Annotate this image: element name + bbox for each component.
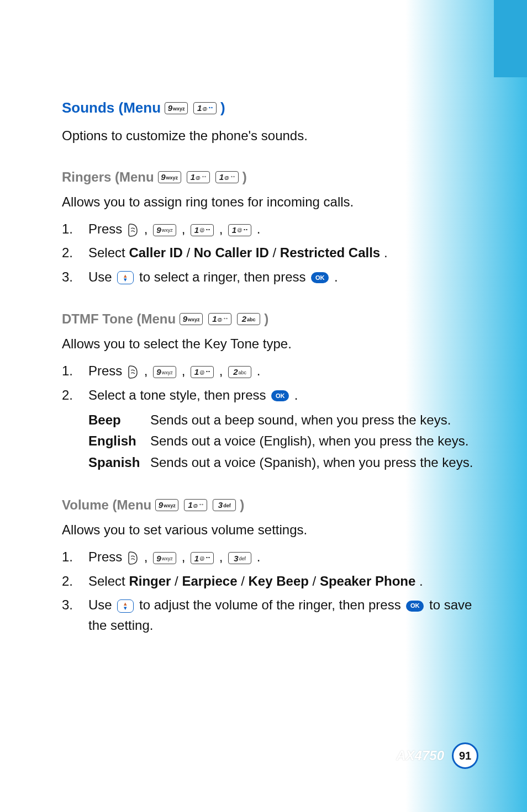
period: . bbox=[384, 245, 388, 260]
key-3-icon: 3def bbox=[213, 499, 236, 511]
sep: / bbox=[313, 574, 320, 588]
ok-key-icon: OK bbox=[271, 390, 289, 401]
step-number: 2. bbox=[62, 242, 88, 263]
ringers-heading-suffix: ) bbox=[243, 169, 247, 185]
tone-label: Spanish bbox=[88, 452, 150, 473]
comma: , bbox=[144, 363, 151, 378]
comma: , bbox=[219, 549, 226, 564]
key-2-icon: 2abc bbox=[228, 366, 251, 378]
step-text: to select a ringer, then press bbox=[139, 269, 309, 284]
ringers-heading: Ringers (Menu 9wxyz 1@∘∘ 1@∘∘ ) bbox=[62, 169, 476, 185]
tone-row-english: English Sends out a voice (English), whe… bbox=[88, 431, 476, 452]
period: . bbox=[419, 574, 423, 588]
step-number: 2. bbox=[62, 571, 88, 591]
step-text: Select a tone style, then press bbox=[88, 388, 270, 402]
ok-key-icon: OK bbox=[311, 272, 329, 283]
sounds-heading: Sounds (Menu 9wxyz 1@∘∘ ) bbox=[62, 99, 476, 116]
key-9-icon: 9wxyz bbox=[153, 224, 176, 236]
tone-desc: Sends out a voice (English), when you pr… bbox=[150, 431, 476, 452]
step-number: 1. bbox=[62, 546, 88, 567]
volume-step-1: 1. Press , 9wxyz , 1@∘∘ , 3def . bbox=[62, 546, 476, 567]
key-9-icon: 9wxyz bbox=[165, 102, 188, 114]
key-3-icon: 3def bbox=[228, 552, 251, 564]
key-9-icon: 9wxyz bbox=[153, 552, 176, 564]
sounds-intro: Options to customize the phone's sounds. bbox=[62, 126, 476, 145]
option-earpiece: Earpiece bbox=[182, 574, 237, 588]
option-no-caller-id: No Caller ID bbox=[194, 245, 269, 260]
tone-label: English bbox=[88, 431, 150, 452]
volume-heading-prefix: Volume (Menu bbox=[62, 497, 151, 513]
comma: , bbox=[144, 549, 151, 564]
sep: / bbox=[186, 245, 193, 260]
ringers-step-1: 1. Press , 9wxyz , 1@∘∘ , 1@∘∘ . bbox=[62, 219, 476, 239]
key-9-icon: 9wxyz bbox=[153, 366, 176, 378]
ringers-step-3: 3. Use to select a ringer, then press OK… bbox=[62, 267, 476, 287]
nav-up-down-icon bbox=[117, 599, 134, 613]
comma: , bbox=[182, 363, 189, 378]
key-1-icon: 1@∘∘ bbox=[208, 313, 231, 325]
step-text: Select bbox=[88, 574, 129, 588]
tone-row-spanish: Spanish Sends out a voice (Spanish), whe… bbox=[88, 452, 476, 473]
ringers-intro: Allows you to assign ring tones for inco… bbox=[62, 193, 476, 211]
dtmf-tones-table: Beep Sends out a beep sound, when you pr… bbox=[88, 410, 476, 473]
option-speaker-phone: Speaker Phone bbox=[320, 574, 415, 588]
volume-heading: Volume (Menu 9wxyz 1@∘∘ 3def ) bbox=[62, 497, 476, 513]
volume-step-3: 3. Use to adjust the volume of the ringe… bbox=[62, 595, 476, 635]
tone-desc: Sends out a voice (Spanish), when you pr… bbox=[150, 452, 476, 473]
comma: , bbox=[182, 221, 189, 236]
option-caller-id: Caller ID bbox=[129, 245, 182, 260]
dtmf-heading: DTMF Tone (Menu 9wxyz 1@∘∘ 2abc ) bbox=[62, 311, 476, 327]
key-9-icon: 9wxyz bbox=[158, 171, 181, 183]
sep: / bbox=[175, 574, 182, 588]
step-number: 2. bbox=[62, 385, 88, 405]
key-2-icon: 2abc bbox=[237, 313, 260, 325]
softkey-icon bbox=[127, 223, 139, 237]
option-restricted-calls: Restricted Calls bbox=[280, 245, 380, 260]
tone-label: Beep bbox=[88, 410, 150, 431]
sounds-heading-suffix: ) bbox=[220, 99, 225, 116]
sep: / bbox=[241, 574, 248, 588]
key-1-icon: 1@∘∘ bbox=[191, 224, 214, 236]
dtmf-heading-suffix: ) bbox=[264, 311, 268, 327]
comma: , bbox=[219, 221, 226, 236]
key-1-icon: 1@∘∘ bbox=[228, 224, 251, 236]
key-1-icon: 1@∘∘ bbox=[187, 171, 210, 183]
sounds-heading-prefix: Sounds (Menu bbox=[62, 99, 161, 116]
comma: , bbox=[219, 363, 226, 378]
tone-desc: Sends out a beep sound, when you press t… bbox=[150, 410, 476, 431]
ringers-heading-prefix: Ringers (Menu bbox=[62, 169, 154, 185]
period: . bbox=[257, 363, 261, 378]
key-9-icon: 9wxyz bbox=[155, 499, 178, 511]
page-content: Sounds (Menu 9wxyz 1@∘∘ ) Options to cus… bbox=[0, 0, 527, 672]
volume-intro: Allows you to set various volume setting… bbox=[62, 521, 476, 539]
step-text: Press bbox=[88, 221, 126, 236]
dtmf-step-1: 1. Press , 9wxyz , 1@∘∘ , 2abc . bbox=[62, 360, 476, 381]
softkey-icon bbox=[127, 365, 139, 379]
key-1-icon: 1@∘∘ bbox=[191, 366, 214, 378]
model-label: AX4750 bbox=[396, 748, 444, 763]
page-number: 91 bbox=[452, 742, 478, 769]
page-footer: AX4750 91 bbox=[396, 742, 478, 769]
nav-up-down-icon bbox=[117, 271, 134, 284]
step-number: 1. bbox=[62, 360, 88, 381]
dtmf-step-2: 2. Select a tone style, then press OK . bbox=[62, 385, 476, 405]
step-number: 3. bbox=[62, 595, 88, 635]
step-number: 3. bbox=[62, 267, 88, 287]
step-text: Select bbox=[88, 245, 129, 260]
option-key-beep: Key Beep bbox=[249, 574, 309, 588]
key-1-icon: 1@∘∘ bbox=[215, 171, 239, 183]
dtmf-intro: Allows you to select the Key Tone type. bbox=[62, 335, 476, 353]
step-text: Use bbox=[88, 269, 115, 284]
step-text: Press bbox=[88, 549, 126, 564]
ok-key-icon: OK bbox=[406, 601, 424, 612]
sep: / bbox=[272, 245, 280, 260]
comma: , bbox=[144, 221, 151, 236]
step-text: Press bbox=[88, 363, 126, 378]
volume-step-2: 2. Select Ringer / Earpiece / Key Beep /… bbox=[62, 571, 476, 591]
dtmf-heading-prefix: DTMF Tone (Menu bbox=[62, 311, 176, 327]
ringers-step-2: 2. Select Caller ID / No Caller ID / Res… bbox=[62, 242, 476, 263]
tone-row-beep: Beep Sends out a beep sound, when you pr… bbox=[88, 410, 476, 431]
comma: , bbox=[182, 549, 189, 564]
key-9-icon: 9wxyz bbox=[180, 313, 203, 325]
step-text: . bbox=[294, 388, 298, 402]
